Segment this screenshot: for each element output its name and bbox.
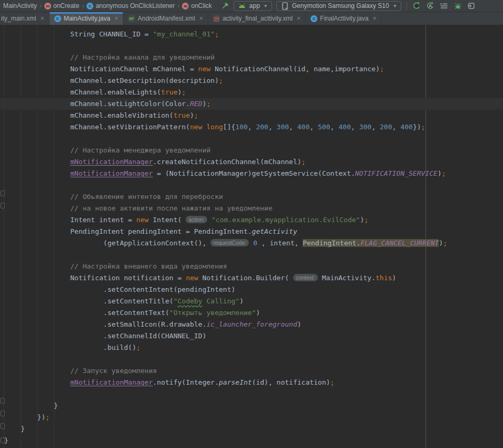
class-icon: C — [54, 15, 61, 22]
breadcrumb-item[interactable]: monClick — [182, 2, 211, 9]
code-token: Intent( — [149, 216, 186, 224]
debug-bug-icon[interactable] — [453, 2, 462, 11]
code-line[interactable]: .build(); — [0, 342, 503, 354]
code-line[interactable] — [0, 133, 503, 145]
code-line[interactable]: mChannel.setVibrationPattern(new long[]{… — [0, 121, 503, 133]
code-line[interactable]: // Обьявление интентов для переброски — [0, 191, 503, 203]
code-line[interactable]: Intent intent = new Intent( action: "com… — [0, 214, 503, 226]
close-icon[interactable]: × — [41, 15, 44, 22]
code-line[interactable]: .setContentIntent(pendingIntent) — [0, 284, 503, 296]
code-line[interactable]: Notification notification = new Notifica… — [0, 272, 503, 284]
fold-marker[interactable] — [1, 190, 5, 196]
code-token: .createNotificationChannel(mChannel) — [153, 158, 302, 166]
code-token: new — [198, 65, 210, 73]
code-token: // на новое активити после нажатия на ув… — [4, 204, 273, 212]
tab-MainActivity.java[interactable]: CMainActivity.java× — [50, 12, 124, 25]
tab-ity_main.xml[interactable]: ity_main.xml× — [0, 12, 50, 25]
code-line[interactable] — [0, 40, 503, 52]
code-line[interactable] — [0, 388, 503, 400]
code-line[interactable] — [0, 249, 503, 261]
code-token: 500 — [318, 123, 330, 131]
ide-window: MainActivity›monCreate›Canonymous OnClic… — [0, 0, 503, 448]
tab-activity_final_acttivity.xml[interactable]: ▤activity_final_acttivity.xml× — [208, 12, 306, 25]
code-line[interactable]: mNotificationManager = (NotificationMana… — [0, 168, 503, 179]
code-token: .notify(Integer. — [153, 378, 219, 386]
close-icon[interactable]: × — [199, 15, 203, 22]
code-token: = (NotificationManager)getSystemService(… — [153, 169, 355, 177]
code-line[interactable]: .setContentTitle("Codeby Calling") — [0, 296, 503, 307]
code-line[interactable]: String CHANNEL_ID = "my_channel_01"; — [0, 28, 503, 40]
code-token: "Открыть уведомление" — [169, 309, 256, 317]
code-line[interactable]: mChannel.enableLights(true); — [0, 87, 503, 98]
class-icon: C — [86, 3, 93, 9]
code-line[interactable]: // на новое активити после нажатия на ув… — [0, 203, 503, 214]
run-configuration-selector[interactable]: app ▼ — [234, 1, 272, 11]
code-token: 200 — [256, 123, 268, 131]
code-line[interactable]: mChannel.setLightColor(Color.RED); — [0, 98, 503, 110]
code-area[interactable]: String CHANNEL_ID = "my_channel_01"; // … — [0, 25, 503, 446]
breadcrumb-item[interactable]: Canonymous OnClickListener — [86, 2, 175, 9]
code-line[interactable]: .setContentText("Открыть уведомление") — [0, 307, 503, 319]
code-line[interactable]: // Настройка внешнего вида уведомления — [0, 261, 503, 272]
fold-marker[interactable] — [1, 437, 5, 443]
code-line[interactable]: PendingIntent pendingIntent = PendingInt… — [0, 226, 503, 237]
code-token: mNotificationManager — [70, 158, 153, 166]
code-line[interactable]: mNotificationManager.createNotificationC… — [0, 156, 503, 168]
code-line[interactable]: // Настройка менеджера уведомлений — [0, 145, 503, 156]
fold-marker[interactable] — [1, 411, 5, 416]
list-icon[interactable] — [440, 2, 449, 11]
apply-changes-restart-icon[interactable] — [412, 2, 421, 11]
code-token: ; — [194, 111, 198, 119]
code-line[interactable]: // Запуск уведомления — [0, 365, 503, 377]
code-line[interactable]: mNotificationManager.notify(Integer.pars… — [0, 377, 503, 388]
apply-code-changes-icon[interactable]: A — [426, 2, 435, 11]
code-line[interactable]: } — [0, 400, 503, 412]
code-line[interactable]: (getApplicationContext(), requestCode: 0… — [0, 237, 503, 249]
build-hammer-icon[interactable] — [220, 2, 229, 11]
code-token: ; — [442, 169, 446, 177]
code-token: ; — [136, 344, 140, 351]
close-icon[interactable]: × — [297, 15, 301, 22]
close-icon[interactable]: × — [114, 15, 118, 22]
tab-label: activity_final_acttivity.xml — [223, 15, 293, 22]
device-selector[interactable]: Genymotion Samsung Galaxy S10 ▼ — [276, 1, 401, 11]
code-line[interactable]: .setChannelId(CHANNEL_ID) — [0, 330, 503, 342]
code-token: MainActivity. — [318, 274, 376, 282]
code-line[interactable]: }); — [0, 412, 503, 423]
breadcrumb-item[interactable]: MainActivity — [3, 2, 37, 9]
editor[interactable]: String CHANNEL_ID = "my_channel_01"; // … — [0, 25, 503, 448]
code-line[interactable] — [0, 179, 503, 191]
code-line[interactable]: NotificationChannel mChannel = new Notif… — [0, 63, 503, 75]
close-icon[interactable]: × — [373, 15, 376, 22]
tab-FinalActtivity.java[interactable]: CFinalActtivity.java× — [306, 12, 382, 25]
fold-marker[interactable] — [1, 203, 5, 208]
fold-marker[interactable] — [1, 423, 5, 429]
code-token: getActivity — [252, 227, 297, 235]
svg-text:A: A — [429, 3, 432, 8]
code-token: // Обьявление интентов для переброски — [4, 193, 223, 201]
code-line[interactable]: } — [0, 435, 503, 446]
code-token: ; — [45, 413, 50, 421]
breadcrumb-label: onClick — [191, 2, 211, 9]
code-token: // Настройка внешнего вида уведомления — [4, 262, 227, 270]
code-line[interactable] — [0, 354, 503, 365]
code-token: , — [330, 123, 338, 131]
code-line[interactable]: mChannel.enableVibration(true); — [0, 110, 503, 121]
code-token: NotificationChannel mChannel = — [4, 65, 198, 73]
tab-label: ity_main.xml — [1, 15, 36, 22]
code-line[interactable]: .setSmallIcon(R.drawable.ic_launcher_for… — [0, 319, 503, 330]
fold-marker[interactable] — [1, 398, 5, 404]
code-line[interactable]: } — [0, 423, 503, 435]
code-line[interactable]: mChannel.setDescription(description); — [0, 75, 503, 87]
parameter-hint: action: — [186, 216, 207, 223]
code-line[interactable]: // Настройка канала для уведомлений — [0, 52, 503, 63]
manifest-file-icon: MF — [128, 15, 135, 22]
code-token: , — [309, 123, 318, 131]
code-token: ) — [392, 274, 396, 282]
breadcrumb-label: anonymous OnClickListener — [95, 2, 175, 9]
tab-AndroidManifest.xml[interactable]: MFAndroidManifest.xml× — [123, 12, 208, 25]
breadcrumb-item[interactable]: monCreate — [44, 2, 79, 9]
code-token: , — [248, 123, 256, 131]
attach-debugger-icon[interactable] — [467, 2, 476, 11]
code-token: "my_channel_01" — [153, 30, 215, 38]
